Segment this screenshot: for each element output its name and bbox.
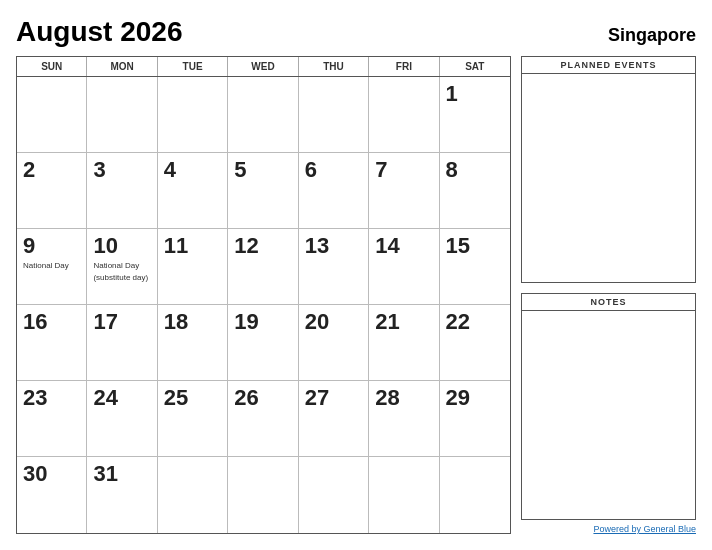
day-number: 9: [23, 233, 80, 259]
cal-cell: [369, 77, 439, 153]
day-number: 20: [305, 309, 362, 335]
day-number: 31: [93, 461, 150, 487]
cal-cell: 1: [440, 77, 510, 153]
general-blue-link[interactable]: Powered by General Blue: [593, 524, 696, 534]
day-header-wed: WED: [228, 57, 298, 76]
footer: Powered by General Blue: [521, 520, 696, 534]
day-number: 10: [93, 233, 150, 259]
cal-cell: 11: [158, 229, 228, 305]
cal-cell: [17, 77, 87, 153]
day-number: 14: [375, 233, 432, 259]
day-number: 3: [93, 157, 150, 183]
day-number: 28: [375, 385, 432, 411]
day-number: 15: [446, 233, 504, 259]
day-number: 12: [234, 233, 291, 259]
cal-cell: 29: [440, 381, 510, 457]
day-number: 13: [305, 233, 362, 259]
cal-cell: [228, 77, 298, 153]
cal-cell: 13: [299, 229, 369, 305]
day-header-sat: SAT: [440, 57, 510, 76]
cal-cell: 20: [299, 305, 369, 381]
notes-title: NOTES: [522, 294, 695, 311]
day-header-tue: TUE: [158, 57, 228, 76]
day-header-fri: FRI: [369, 57, 439, 76]
calendar-header: August 2026 Singapore: [16, 16, 696, 48]
day-number: 29: [446, 385, 504, 411]
day-number: 22: [446, 309, 504, 335]
day-number: 25: [164, 385, 221, 411]
cal-cell: [158, 77, 228, 153]
day-number: 16: [23, 309, 80, 335]
calendar-page: August 2026 Singapore SUNMONTUEWEDTHUFRI…: [0, 0, 712, 550]
cal-cell: 25: [158, 381, 228, 457]
cal-cell: 5: [228, 153, 298, 229]
cal-cell: [440, 457, 510, 533]
sidebar: PLANNED EVENTS NOTES Powered by General …: [521, 56, 696, 534]
day-number: 5: [234, 157, 291, 183]
day-number: 19: [234, 309, 291, 335]
cal-cell: [299, 457, 369, 533]
cal-cell: [369, 457, 439, 533]
cal-cell: 27: [299, 381, 369, 457]
cal-cell: 17: [87, 305, 157, 381]
day-number: 21: [375, 309, 432, 335]
event-label: (substitute day): [93, 273, 150, 283]
event-label: National Day: [23, 261, 80, 271]
day-number: 1: [446, 81, 504, 107]
cal-cell: 21: [369, 305, 439, 381]
planned-events-title: PLANNED EVENTS: [522, 57, 695, 74]
day-number: 8: [446, 157, 504, 183]
cal-cell: 14: [369, 229, 439, 305]
main-content: SUNMONTUEWEDTHUFRISAT 123456789National …: [16, 56, 696, 534]
cal-cell: 4: [158, 153, 228, 229]
cal-cell: 10National Day(substitute day): [87, 229, 157, 305]
country-title: Singapore: [608, 25, 696, 46]
cal-cell: 15: [440, 229, 510, 305]
cal-cell: 24: [87, 381, 157, 457]
planned-events-content: [522, 74, 695, 282]
cal-cell: [299, 77, 369, 153]
cal-cell: 22: [440, 305, 510, 381]
planned-events-box: PLANNED EVENTS: [521, 56, 696, 283]
day-number: 17: [93, 309, 150, 335]
notes-content: [522, 311, 695, 519]
cal-cell: 28: [369, 381, 439, 457]
day-number: 2: [23, 157, 80, 183]
cal-cell: 18: [158, 305, 228, 381]
cal-cell: [228, 457, 298, 533]
cal-cell: 31: [87, 457, 157, 533]
day-number: 7: [375, 157, 432, 183]
notes-box: NOTES: [521, 293, 696, 520]
cal-cell: 19: [228, 305, 298, 381]
cal-cell: 8: [440, 153, 510, 229]
cal-cell: 26: [228, 381, 298, 457]
day-number: 30: [23, 461, 80, 487]
day-number: 6: [305, 157, 362, 183]
day-header-thu: THU: [299, 57, 369, 76]
day-number: 24: [93, 385, 150, 411]
cal-cell: 12: [228, 229, 298, 305]
cal-cell: [158, 457, 228, 533]
cal-cell: 2: [17, 153, 87, 229]
day-number: 11: [164, 233, 221, 259]
month-year-title: August 2026: [16, 16, 183, 48]
day-header-sun: SUN: [17, 57, 87, 76]
day-number: 18: [164, 309, 221, 335]
cal-cell: 6: [299, 153, 369, 229]
cal-cell: 3: [87, 153, 157, 229]
day-number: 26: [234, 385, 291, 411]
event-label: National Day: [93, 261, 150, 271]
day-number: 4: [164, 157, 221, 183]
cal-cell: 16: [17, 305, 87, 381]
cal-cell: 30: [17, 457, 87, 533]
calendar-grid-container: SUNMONTUEWEDTHUFRISAT 123456789National …: [16, 56, 511, 534]
cal-cell: 9National Day: [17, 229, 87, 305]
cal-cell: [87, 77, 157, 153]
calendar-grid: 123456789National Day10National Day(subs…: [17, 77, 510, 533]
cal-cell: 7: [369, 153, 439, 229]
day-number: 23: [23, 385, 80, 411]
day-number: 27: [305, 385, 362, 411]
day-header-mon: MON: [87, 57, 157, 76]
day-headers-row: SUNMONTUEWEDTHUFRISAT: [17, 57, 510, 77]
cal-cell: 23: [17, 381, 87, 457]
